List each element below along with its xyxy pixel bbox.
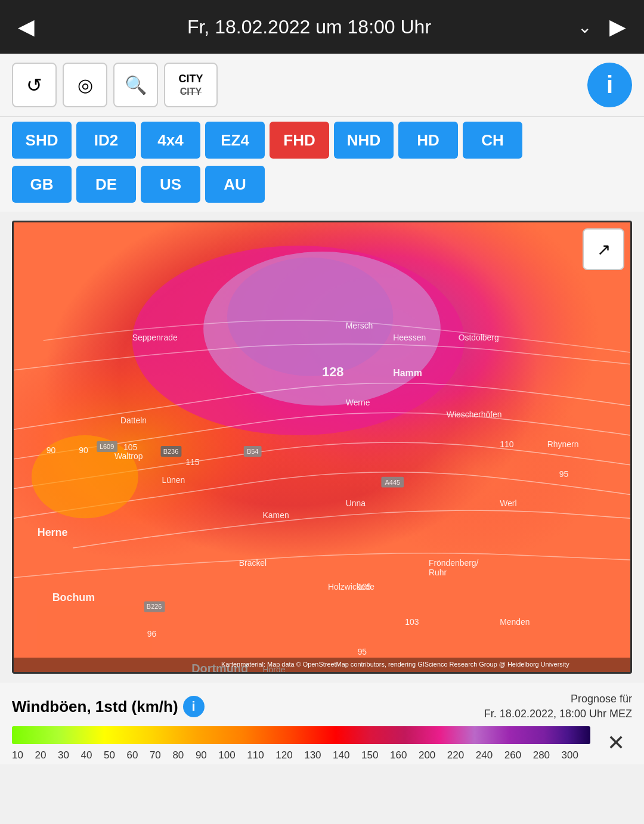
model-btn-hd[interactable]: HD	[398, 122, 458, 159]
toolbar: ↺ ◎ 🔍 CITY CITY i	[0, 54, 644, 117]
legend-value: 110	[247, 749, 264, 761]
model-row-2: GBDEUSAU	[0, 163, 644, 212]
location-icon: ◎	[78, 75, 93, 95]
svg-text:90: 90	[79, 445, 88, 455]
svg-rect-57	[12, 726, 590, 744]
svg-text:B236: B236	[163, 448, 179, 455]
svg-text:110: 110	[500, 439, 513, 449]
legend-info-button[interactable]: i	[183, 696, 205, 717]
forecast-line2: Fr. 18.02.2022, 18:00 Uhr MEZ	[484, 708, 632, 720]
svg-text:128: 128	[322, 364, 343, 379]
legend-value: 130	[304, 749, 321, 761]
svg-text:Waltrop: Waltrop	[114, 451, 143, 461]
legend-title-text: Windböen, 1std (km/h)	[12, 698, 178, 716]
legend-value: 280	[533, 749, 550, 761]
model-btn-ch[interactable]: CH	[463, 122, 522, 159]
legend-value: 10	[12, 749, 23, 761]
legend-area: Windböen, 1std (km/h) i Prognose für Fr.…	[0, 683, 644, 764]
share-icon: ↗	[597, 240, 611, 259]
legend-value: 300	[562, 749, 578, 761]
svg-text:Ruhr: Ruhr	[429, 568, 447, 577]
header-navigation: ◀ Fr, 18.02.2022 um 18:00 Uhr ⌄ ▶	[0, 0, 644, 54]
model-row-1: SHDID24x4EZ4FHDNHDHDCH	[0, 117, 644, 163]
legend-value: 160	[390, 749, 407, 761]
legend-title-container: Windböen, 1std (km/h) i	[12, 696, 205, 717]
search-button[interactable]: 🔍	[113, 63, 158, 107]
legend-value: 20	[35, 749, 46, 761]
location-button[interactable]: ◎	[63, 63, 107, 107]
svg-text:B54: B54	[247, 448, 258, 455]
legend-value: 100	[218, 749, 235, 761]
model-btn-id2[interactable]: ID2	[76, 122, 136, 159]
svg-text:Datteln: Datteln	[120, 416, 147, 425]
legend-bar-row: 1020304050607080901001101201301401501602…	[12, 726, 632, 761]
attribution-text: Kartenmaterial: Map data © OpenStreetMap…	[221, 661, 569, 668]
svg-text:Bochum: Bochum	[52, 592, 95, 604]
svg-text:B226: B226	[147, 603, 162, 610]
legend-value: 50	[104, 749, 115, 761]
city-label-top: CITY	[178, 73, 203, 86]
model-btn-4x4[interactable]: 4x4	[141, 122, 200, 159]
svg-text:A445: A445	[385, 479, 401, 486]
info-icon: i	[606, 72, 613, 98]
model-btn-de[interactable]: DE	[76, 166, 136, 203]
forecast-label: Prognose für Fr. 18.02.2022, 18:00 Uhr M…	[484, 692, 632, 721]
city-label-bottom: CITY	[180, 86, 202, 97]
svg-text:Werl: Werl	[500, 498, 516, 508]
svg-text:Kamen: Kamen	[263, 510, 289, 520]
svg-text:Rhynern: Rhynern	[547, 439, 579, 449]
svg-text:Mersch: Mersch	[346, 321, 373, 330]
weather-map-container: B236 B54 L609 B226 A445 Hamm Dortmund He…	[12, 221, 632, 674]
svg-text:103: 103	[405, 617, 419, 627]
legend-numbers: 1020304050607080901001101201301401501602…	[12, 749, 578, 761]
prev-button[interactable]: ◀	[6, 8, 47, 45]
model-btn-nhd[interactable]: NHD	[334, 122, 394, 159]
svg-text:Seppenrade: Seppenrade	[132, 333, 178, 342]
close-button[interactable]: ✕	[599, 726, 632, 759]
share-button[interactable]: ↗	[583, 228, 624, 270]
model-btn-gb[interactable]: GB	[12, 166, 72, 203]
next-button[interactable]: ▶	[597, 8, 638, 45]
model-btn-fhd[interactable]: FHD	[270, 122, 329, 159]
legend-gradient-bar	[12, 726, 590, 747]
dropdown-icon[interactable]: ⌄	[572, 17, 597, 37]
svg-text:90: 90	[47, 445, 56, 455]
svg-text:Wiescherhöfen: Wiescherhöfen	[447, 410, 502, 419]
svg-text:Brackel: Brackel	[239, 558, 267, 568]
svg-text:Heessen: Heessen	[393, 333, 426, 342]
model-btn-shd[interactable]: SHD	[12, 122, 72, 159]
svg-text:Menden: Menden	[500, 617, 530, 627]
legend-bar-container: 1020304050607080901001101201301401501602…	[12, 726, 590, 761]
legend-value: 200	[419, 749, 435, 761]
svg-text:Herne: Herne	[38, 526, 68, 538]
model-btn-au[interactable]: AU	[205, 166, 265, 203]
svg-text:Ostdolberg: Ostdolberg	[459, 333, 499, 342]
forecast-line1: Prognose für	[571, 693, 632, 705]
svg-point-7	[227, 258, 393, 376]
svg-text:115: 115	[185, 457, 199, 467]
model-btn-ez4[interactable]: EZ4	[205, 122, 265, 159]
info-button[interactable]: i	[587, 63, 632, 107]
city-button[interactable]: CITY CITY	[164, 63, 218, 107]
refresh-button[interactable]: ↺	[12, 63, 57, 107]
svg-text:Lünen: Lünen	[162, 475, 185, 485]
svg-text:95: 95	[559, 469, 569, 479]
legend-info-icon: i	[191, 699, 195, 714]
svg-text:105: 105	[123, 442, 137, 452]
legend-value: 40	[80, 749, 92, 761]
legend-value: 90	[196, 749, 207, 761]
svg-text:Werne: Werne	[346, 398, 370, 407]
svg-text:105: 105	[358, 582, 371, 591]
legend-value: 260	[504, 749, 521, 761]
svg-text:Fröndenberg/: Fröndenberg/	[429, 558, 479, 568]
legend-value: 120	[275, 749, 292, 761]
svg-text:Unna: Unna	[346, 498, 366, 508]
legend-value: 240	[476, 749, 493, 761]
legend-value: 30	[58, 749, 69, 761]
legend-header: Windböen, 1std (km/h) i Prognose für Fr.…	[12, 692, 632, 721]
model-btn-us[interactable]: US	[141, 166, 200, 203]
legend-value: 150	[361, 749, 378, 761]
search-icon: 🔍	[125, 75, 147, 95]
svg-text:Hamm: Hamm	[393, 368, 422, 378]
legend-value: 70	[150, 749, 161, 761]
